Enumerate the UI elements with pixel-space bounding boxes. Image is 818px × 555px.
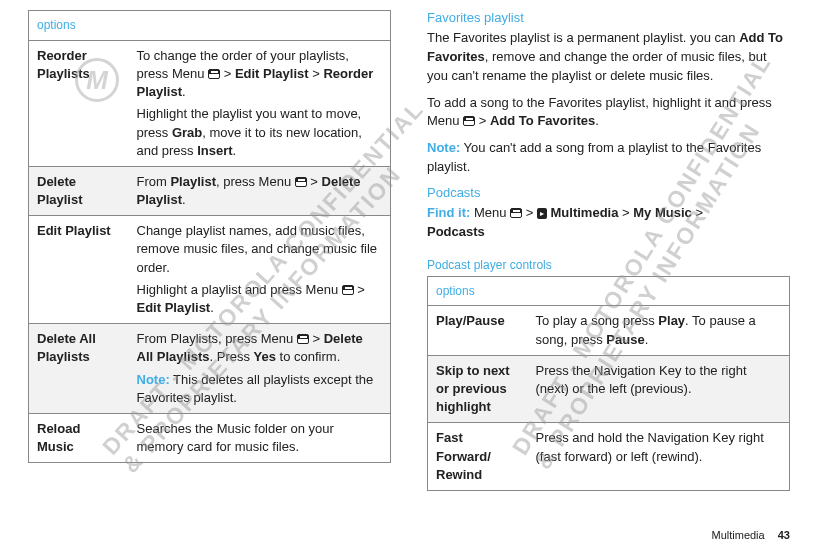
page-number: 43 [778, 529, 790, 541]
rowdesc: From Playlist, press Menu > Delete Playl… [129, 166, 391, 215]
podcasts-heading: Podcasts [427, 185, 790, 200]
row-delete-all-playlists: Delete All Playlists From Playlists, pre… [29, 324, 391, 414]
options-header-row: options [428, 276, 790, 306]
rowname: Delete Playlist [29, 166, 129, 215]
right-options-table: options Play/Pause To play a song press … [427, 276, 790, 491]
footer-label: Multimedia [712, 529, 765, 541]
rowdesc: Press the Navigation Key to the right (n… [528, 355, 790, 423]
row-play-pause: Play/Pause To play a song press Play. To… [428, 306, 790, 355]
row-delete-playlist: Delete Playlist From Playlist, press Men… [29, 166, 391, 215]
left-options-table: options Reorder Playlists To change the … [28, 10, 391, 463]
row-ff-rewind: Fast Forward/ Rewind Press and hold the … [428, 423, 790, 491]
page-footer: Multimedia 43 [712, 529, 791, 541]
row-reload-music: Reload Music Searches the Music folder o… [29, 413, 391, 462]
rowdesc: Searches the Music folder on your memory… [129, 413, 391, 462]
menu-icon [510, 208, 522, 218]
menu-icon [208, 69, 220, 79]
rowdesc: To change the order of your playlists, p… [129, 40, 391, 166]
rowname: Skip to next or previous highlight [428, 355, 528, 423]
findit-line: Find it: Menu > ▸ Multimedia > My Music … [427, 204, 790, 242]
rowname: Fast Forward/ Rewind [428, 423, 528, 491]
favorites-p1: The Favorites playlist is a permanent pl… [427, 29, 790, 86]
rowname: Reload Music [29, 413, 129, 462]
rowname: Edit Playlist [29, 216, 129, 324]
options-header-row: options [29, 11, 391, 41]
multimedia-icon: ▸ [537, 208, 547, 219]
menu-icon [463, 116, 475, 126]
options-label: options [428, 276, 790, 306]
favorites-note: Note: You can't add a song from a playli… [427, 139, 790, 177]
right-column: Favorites playlist The Favorites playlis… [427, 10, 790, 515]
left-column: options Reorder Playlists To change the … [28, 10, 391, 515]
podcast-controls-heading: Podcast player controls [427, 258, 790, 272]
row-edit-playlist: Edit Playlist Change playlist names, add… [29, 216, 391, 324]
rowname: Reorder Playlists [29, 40, 129, 166]
menu-icon [295, 177, 307, 187]
row-skip: Skip to next or previous highlight Press… [428, 355, 790, 423]
favorites-p2: To add a song to the Favorites playlist,… [427, 94, 790, 132]
options-label: options [29, 11, 391, 41]
menu-icon [297, 334, 309, 344]
page-container: options Reorder Playlists To change the … [28, 10, 790, 515]
menu-icon [342, 285, 354, 295]
favorites-heading: Favorites playlist [427, 10, 790, 25]
rowdesc: Change playlist names, add music files, … [129, 216, 391, 324]
rowdesc: From Playlists, press Menu > Delete All … [129, 324, 391, 414]
rowname: Play/Pause [428, 306, 528, 355]
rowdesc: Press and hold the Navigation Key right … [528, 423, 790, 491]
rowdesc: To play a song press Play. To pause a so… [528, 306, 790, 355]
row-reorder-playlists: Reorder Playlists To change the order of… [29, 40, 391, 166]
rowname: Delete All Playlists [29, 324, 129, 414]
